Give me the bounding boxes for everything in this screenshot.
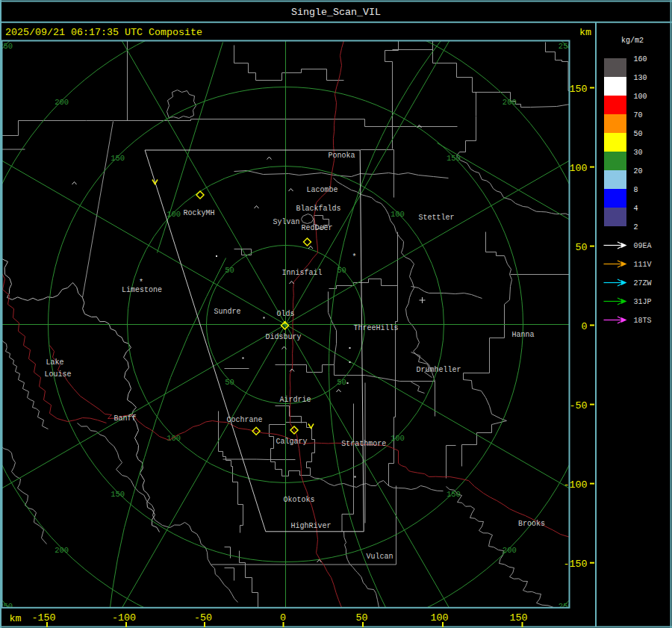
- svg-text:8: 8: [634, 186, 638, 194]
- svg-text:Olds: Olds: [277, 310, 295, 318]
- svg-text:150: 150: [447, 490, 461, 499]
- svg-text:-50: -50: [194, 612, 212, 624]
- svg-text:100: 100: [167, 434, 181, 443]
- svg-text:-50: -50: [570, 400, 588, 411]
- svg-text:-100: -100: [564, 479, 588, 491]
- svg-text:31JP: 31JP: [634, 298, 652, 306]
- svg-text:50: 50: [634, 130, 643, 138]
- svg-text:Hanna: Hanna: [512, 331, 535, 339]
- svg-text:200: 200: [503, 546, 517, 555]
- svg-text:Single_Scan_VIL: Single_Scan_VIL: [291, 7, 381, 18]
- svg-text:Banff: Banff: [114, 414, 137, 423]
- svg-text:Didsbury: Didsbury: [266, 333, 302, 341]
- svg-text:Stettler: Stettler: [419, 214, 455, 222]
- svg-text:-100: -100: [112, 612, 136, 624]
- svg-text:50: 50: [337, 378, 346, 387]
- svg-text:200: 200: [55, 98, 69, 107]
- svg-text:70: 70: [634, 111, 643, 119]
- svg-text:50: 50: [225, 266, 234, 275]
- svg-text:2: 2: [634, 223, 638, 231]
- svg-text:09EA: 09EA: [634, 242, 652, 250]
- svg-text:Calgary: Calgary: [276, 438, 308, 446]
- svg-text:50: 50: [356, 612, 368, 624]
- svg-text:*: *: [352, 253, 356, 261]
- svg-text:150: 150: [111, 490, 125, 499]
- svg-text:150: 150: [111, 154, 125, 163]
- svg-text:4: 4: [634, 205, 638, 213]
- svg-text:ThreeHills: ThreeHills: [354, 324, 399, 332]
- svg-text:50: 50: [576, 242, 588, 253]
- svg-text:130: 130: [634, 74, 647, 82]
- svg-text:100: 100: [167, 210, 181, 219]
- svg-text:Brooks: Brooks: [518, 520, 545, 528]
- svg-text:50: 50: [337, 266, 346, 275]
- svg-text:100: 100: [391, 210, 405, 219]
- svg-text:2025/09/21 06:17:35 UTC Compos: 2025/09/21 06:17:35 UTC Composite: [5, 27, 202, 38]
- svg-text:Blackfalds: Blackfalds: [296, 205, 341, 213]
- svg-text:100: 100: [391, 434, 405, 443]
- svg-text:150: 150: [447, 154, 461, 163]
- svg-text:km: km: [579, 27, 591, 38]
- svg-text:Innisfail: Innisfail: [282, 269, 323, 277]
- svg-text:Limestone: Limestone: [122, 286, 162, 294]
- svg-text:111V: 111V: [634, 261, 652, 269]
- svg-text:Drumheller: Drumheller: [417, 366, 461, 374]
- svg-text:RedDeer: RedDeer: [302, 224, 333, 232]
- svg-text:100: 100: [570, 163, 588, 174]
- svg-text:Lake: Lake: [46, 358, 64, 367]
- svg-text:160: 160: [634, 55, 647, 63]
- svg-text:Okotoks: Okotoks: [284, 496, 315, 504]
- svg-text:Lacombe: Lacombe: [307, 186, 338, 194]
- svg-text:50: 50: [225, 378, 234, 387]
- svg-text:200: 200: [55, 546, 69, 555]
- svg-text:100: 100: [634, 93, 647, 101]
- svg-text:0: 0: [280, 612, 286, 624]
- svg-text:kg/m2: kg/m2: [621, 37, 644, 45]
- svg-text:-150: -150: [564, 559, 588, 570]
- svg-text:150: 150: [570, 84, 588, 95]
- svg-text:Sylvan: Sylvan: [273, 218, 300, 226]
- svg-text:100: 100: [431, 612, 449, 624]
- svg-text:Ponoka: Ponoka: [329, 152, 355, 160]
- svg-text:30: 30: [634, 149, 643, 157]
- svg-text:HighRiver: HighRiver: [291, 522, 332, 530]
- svg-text:km: km: [10, 613, 22, 624]
- svg-text:Louise: Louise: [45, 370, 72, 379]
- svg-text:Sundre: Sundre: [214, 308, 241, 316]
- svg-text:Airdrie: Airdrie: [280, 396, 311, 404]
- svg-text:RockyMH: RockyMH: [184, 209, 215, 217]
- svg-text:0: 0: [582, 321, 588, 332]
- svg-text:Strathmore: Strathmore: [341, 440, 386, 448]
- svg-text:Vulcan: Vulcan: [367, 553, 393, 561]
- svg-text:18TS: 18TS: [634, 317, 652, 325]
- svg-text:-150: -150: [32, 612, 56, 624]
- svg-text:200: 200: [503, 98, 517, 107]
- svg-text:150: 150: [510, 612, 528, 624]
- svg-text:20: 20: [634, 167, 643, 175]
- svg-text:Cochrane: Cochrane: [227, 416, 263, 424]
- svg-text:27ZW: 27ZW: [634, 279, 652, 287]
